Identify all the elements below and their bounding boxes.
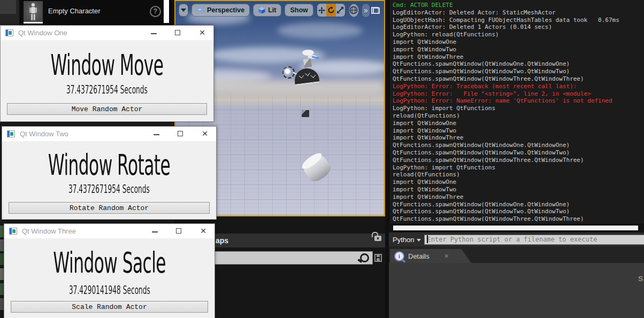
seconds-readout: 37.4372671954 Seconds (1, 83, 213, 96)
maximize-button[interactable] (171, 224, 187, 238)
minimize-button[interactable] (147, 224, 163, 238)
world-space-button[interactable] (349, 4, 359, 17)
details-info-icon: i (394, 251, 404, 261)
lock-icon[interactable] (374, 236, 381, 241)
clipped-side-label: S (638, 275, 643, 283)
log-line: LogPython: Error: File "<string>", line … (393, 90, 642, 98)
thumbnail-underline (24, 22, 43, 24)
move-icon (318, 6, 326, 14)
lit-cube-icon (258, 7, 265, 14)
save-icon[interactable] (374, 254, 382, 262)
cube-mesh-actor[interactable] (302, 110, 309, 117)
right-panel: Cmd: ACTOR DELETELogEditorActor: Deleted… (389, 0, 644, 318)
qt-titlebar[interactable]: Qt Window Two × (2, 127, 216, 141)
window-heading: Window Move (1, 48, 213, 82)
scale-icon (336, 6, 344, 14)
maximize-button[interactable] (170, 26, 186, 40)
log-line: LogPython: Error: NameError: name 'QtFun… (393, 97, 642, 105)
help-icon[interactable]: ? (150, 6, 161, 17)
perspective-label: Perspective (207, 6, 244, 14)
details-panel-body: S (389, 263, 644, 318)
log-line: LogPython: reload(QtFunctions) (393, 31, 642, 38)
double-chevron-icon: » (364, 6, 368, 14)
viewport-options-button[interactable] (179, 4, 188, 17)
perspective-icon (197, 7, 204, 13)
log-line: LogEditorActor: Deleted 1 Actors (0.014 … (393, 24, 642, 31)
log-line: LogUObjectHash: Compacting FUObjectHashT… (393, 17, 642, 24)
qt-window-title: Qt Window Three (22, 227, 76, 235)
rotate-icon (327, 6, 335, 14)
perspective-button[interactable]: Perspective (191, 4, 250, 17)
rotate-random-actor-button[interactable]: Rotate Random Actor (9, 202, 210, 214)
chevron-down-icon[interactable] (417, 239, 421, 242)
globe-icon (349, 6, 358, 14)
seconds-readout: 37.4372671954 Seconds (2, 183, 216, 196)
qt-titlebar[interactable]: Qt Window Three × (4, 224, 214, 238)
log-scrollbar-track[interactable] (389, 223, 644, 232)
close-button[interactable]: × (195, 224, 211, 238)
log-line: Cmd: ACTOR DELETE (393, 2, 642, 9)
empty-character-thumbnail[interactable] (24, 1, 43, 23)
python-mode-label[interactable]: Python (393, 236, 414, 244)
qt-window-one: Qt Window One × Window Move 37.437267195… (0, 25, 214, 122)
qt-window-three: Qt Window Three × Window Sacle 37.429014… (4, 223, 215, 318)
qt-window-title: Qt Window Two (20, 130, 68, 138)
window-heading: Window Rotate (2, 148, 216, 182)
log-scrollbar-thumb[interactable] (393, 226, 638, 230)
cloud-sprite-actor[interactable] (302, 50, 314, 56)
close-icon[interactable]: × (444, 252, 449, 260)
scale-tool-button[interactable] (336, 4, 345, 17)
qt-window-two: Qt Window Two × Window Rotate 37.4372671… (2, 126, 217, 220)
log-line: QtFunctions.spawnQtWindow(QtWindowThree.… (393, 215, 642, 223)
window-heading: Window Sacle (4, 246, 214, 280)
log-line: QtFunctions.spawnQtWindow(QtWindowThree.… (393, 75, 642, 83)
log-line: import QtWindowTwo (393, 127, 642, 135)
place-actors-bar: Empty Character ? (0, 0, 174, 25)
chevron-down-icon (181, 9, 186, 12)
move-tool-button[interactable] (317, 4, 326, 17)
log-line: LogEditorActor: Deleted Actor: StaticMes… (393, 9, 642, 17)
python-command-bar: Python (389, 232, 644, 246)
details-tab-row: i Details × (389, 246, 644, 263)
minimize-button[interactable] (146, 26, 162, 40)
log-line: LogPython: import QtFunctions (393, 164, 642, 172)
log-line: import QtWindowOne (393, 179, 642, 186)
log-line: QtFunctions.spawnQtWindow(QtWindowThree.… (393, 157, 642, 164)
log-line: QtFunctions.spawnQtWindow(QtWindowTwo.Qt… (393, 68, 642, 75)
left-column-block (0, 0, 16, 14)
left-panel-scrollbar[interactable] (164, 0, 169, 23)
log-line: import QtWindowThree (393, 193, 642, 201)
left-column (0, 0, 19, 25)
output-log[interactable]: Cmd: ACTOR DELETELogEditorActor: Deleted… (389, 0, 644, 223)
qt-titlebar[interactable]: Qt Window One × (1, 26, 213, 40)
log-line: reload(QtFunctions) (393, 112, 642, 120)
lit-button[interactable]: Lit (253, 4, 281, 17)
python-script-input[interactable] (424, 235, 644, 245)
minimize-button[interactable] (149, 127, 165, 141)
empty-character-label: Empty Character (48, 7, 101, 15)
billboard-sprites[interactable] (303, 58, 312, 68)
toolbar-overflow-button[interactable]: » (362, 4, 370, 17)
tab-details[interactable]: i Details × (390, 249, 471, 263)
cloud-wisp (277, 22, 363, 38)
show-label: Show (290, 6, 308, 14)
log-line: import QtWindowOne (393, 38, 642, 46)
maximize-viewport-icon[interactable] (373, 7, 379, 14)
text-caret (427, 235, 428, 243)
show-button[interactable]: Show (285, 4, 313, 17)
move-random-actor-button[interactable]: Move Random Actor (7, 103, 207, 115)
scale-random-actor-button[interactable]: Scale Random Actor (11, 301, 208, 313)
maximize-button[interactable] (173, 127, 189, 141)
log-line: import QtWindowThree (393, 53, 642, 61)
log-line: import QtWindowTwo (393, 46, 642, 53)
qt-window-icon (5, 29, 13, 36)
close-button[interactable]: × (197, 127, 213, 141)
log-line: LogPython: Error: Traceback (most recent… (393, 83, 642, 90)
log-line: import QtWindowTwo (393, 186, 642, 193)
rotate-tool-button[interactable] (326, 4, 335, 17)
close-button[interactable]: × (194, 26, 210, 40)
log-line: QtFunctions.spawnQtWindow(QtWindowOne.Qt… (393, 142, 642, 149)
qt-window-icon (7, 130, 15, 137)
search-icon[interactable] (360, 253, 369, 262)
log-line: QtFunctions.spawnQtWindow(QtWindowOne.Qt… (393, 201, 642, 208)
